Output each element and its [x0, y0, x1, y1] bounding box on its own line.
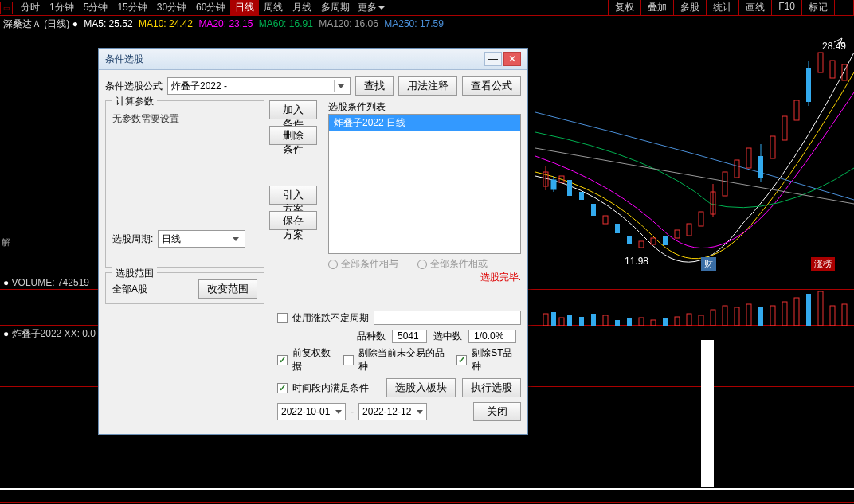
chk-rm-notrade-label: 剔除当前未交易的品种	[358, 346, 452, 373]
ma10-value: MA10: 24.42	[139, 18, 193, 29]
ma20-value: MA20: 23.15	[198, 18, 253, 29]
svg-rect-41	[639, 318, 644, 326]
timeframe-month[interactable]: 月线	[288, 0, 316, 16]
dialog-titlebar[interactable]: 条件选股 — ✕	[99, 49, 527, 70]
search-button[interactable]: 查找	[355, 76, 394, 96]
dot-icon: ●	[72, 18, 78, 29]
btn-stats[interactable]: 统计	[707, 0, 739, 16]
chk-fqdata[interactable]: ✓	[277, 355, 288, 365]
svg-rect-20	[735, 160, 739, 178]
add-to-block-button[interactable]: 选股入板块	[386, 378, 456, 397]
dialog-title: 条件选股	[105, 53, 143, 66]
svg-rect-11	[639, 241, 644, 248]
price-high-label: 28.49	[822, 41, 846, 52]
radio-or[interactable]: 全部条件相或	[417, 257, 488, 271]
chevron-down-icon	[335, 410, 342, 414]
sub-indicator-value: 炸叠子2022 XX: 0.0	[12, 328, 96, 339]
date-separator: -	[351, 406, 354, 417]
selected-value: 1/0.0%	[468, 330, 516, 343]
indicator-zeroline	[0, 502, 854, 503]
usage-button[interactable]: 用法注释	[398, 76, 457, 96]
badge-cai[interactable]: 财	[701, 257, 716, 271]
timeframe-multi[interactable]: 多周期	[316, 0, 355, 16]
svg-rect-37	[591, 314, 596, 326]
svg-rect-36	[579, 317, 584, 326]
run-selection-button[interactable]: 执行选股	[462, 378, 521, 397]
btn-f10[interactable]: F10	[772, 0, 802, 16]
condition-select-dialog: 条件选股 — ✕ 条件选股公式 炸叠子2022 - 查找 用法注释 查看公式 计…	[98, 48, 528, 435]
svg-rect-25	[782, 116, 787, 140]
timeframe-realtime[interactable]: 分时	[16, 0, 45, 16]
btn-multistock[interactable]: 多股	[674, 0, 707, 16]
count-value: 5041	[392, 330, 427, 343]
svg-rect-33	[551, 312, 556, 326]
timeframe-week[interactable]: 周线	[259, 0, 288, 16]
dialog-body: 条件选股公式 炸叠子2022 - 查找 用法注释 查看公式 计算参数 无参数需要…	[99, 70, 527, 434]
svg-rect-43	[663, 318, 668, 326]
ma-indicator-line: 深桑达Ａ (日线) ● MA5: 25.52 MA10: 24.42 MA20:…	[0, 16, 854, 33]
svg-rect-24	[770, 136, 775, 158]
selection-status: 选股完毕.	[480, 271, 521, 284]
btn-overlay[interactable]: 叠加	[641, 0, 674, 16]
timeframe-30min[interactable]: 30分钟	[152, 0, 191, 16]
btn-fuquan[interactable]: 复权	[609, 0, 641, 16]
svg-rect-53	[782, 302, 787, 326]
radio-and[interactable]: 全部条件相与	[328, 257, 398, 271]
btn-plus[interactable]: +	[835, 0, 854, 16]
svg-rect-5	[567, 180, 572, 196]
change-scope-button[interactable]: 改变范围	[198, 279, 257, 299]
view-formula-button[interactable]: 查看公式	[462, 76, 521, 96]
condition-listbox[interactable]: 炸叠子2022 日线	[328, 114, 521, 254]
minimize-button[interactable]: —	[484, 52, 502, 66]
svg-rect-48	[723, 306, 727, 326]
svg-rect-45	[687, 314, 691, 326]
svg-rect-44	[675, 317, 680, 326]
svg-rect-30	[830, 61, 835, 78]
timeframe-more[interactable]: 更多	[355, 0, 388, 16]
svg-rect-13	[663, 236, 668, 245]
toolbar-right: 复权 叠加 多股 统计 画线 F10 标记 +	[608, 0, 854, 16]
import-scheme-button[interactable]: 引入方案	[269, 186, 317, 205]
period-combo[interactable]: 日线	[158, 230, 245, 248]
price-low-label: 11.98	[625, 256, 648, 267]
timeframe-15min[interactable]: 15分钟	[112, 0, 151, 16]
timeframe-icon[interactable]: ▭	[0, 2, 13, 14]
timeframe-60min[interactable]: 60分钟	[191, 0, 230, 16]
timeframe-1min[interactable]: 1分钟	[45, 0, 79, 16]
list-item[interactable]: 炸叠子2022 日线	[329, 115, 520, 131]
date-from[interactable]: 2022-10-01	[277, 403, 346, 420]
badge-rank[interactable]: 涨榜	[811, 257, 835, 271]
btn-drawline[interactable]: 画线	[739, 0, 772, 16]
chk-use-period[interactable]	[277, 313, 288, 323]
no-params-text: 无参数需要设置	[112, 107, 257, 131]
list-title: 选股条件列表	[328, 100, 521, 114]
close-dialog-button[interactable]: 关闭	[473, 402, 521, 421]
period-textfield[interactable]	[374, 311, 521, 325]
svg-rect-9	[615, 224, 620, 233]
save-scheme-button[interactable]: 保存方案	[269, 211, 317, 230]
btn-mark[interactable]: 标记	[802, 0, 835, 16]
svg-rect-8	[603, 216, 608, 224]
add-condition-button[interactable]: 加入条件	[269, 100, 317, 119]
scope-value: 全部A股	[112, 283, 147, 296]
timeframe-day[interactable]: 日线	[230, 0, 259, 16]
delete-condition-button[interactable]: 删除条件	[269, 126, 317, 145]
selected-label: 选中数	[433, 330, 462, 343]
timeframe-5min[interactable]: 5分钟	[79, 0, 113, 16]
dot-icon: ●	[3, 328, 9, 339]
chk-rm-notrade[interactable]	[343, 355, 354, 365]
svg-rect-6	[579, 192, 584, 200]
svg-rect-15	[687, 224, 691, 236]
chk-time-range[interactable]: ✓	[277, 383, 288, 393]
svg-rect-38	[603, 315, 608, 326]
svg-rect-57	[830, 306, 835, 326]
svg-rect-42	[651, 320, 656, 326]
svg-rect-50	[746, 304, 751, 326]
close-button[interactable]: ✕	[503, 52, 521, 66]
formula-combo[interactable]: 炸叠子2022 -	[167, 77, 351, 95]
chk-rm-st[interactable]: ✓	[456, 355, 467, 365]
svg-rect-58	[842, 304, 847, 326]
volume-bars	[535, 290, 854, 326]
svg-rect-35	[567, 315, 572, 326]
date-to[interactable]: 2022-12-12	[358, 403, 427, 420]
